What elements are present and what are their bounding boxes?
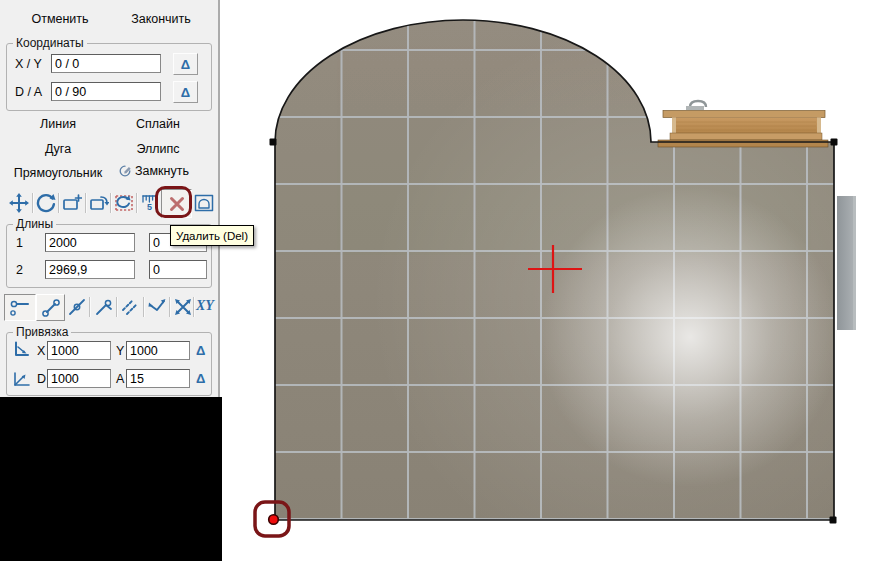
snap-y-label: Y — [116, 344, 124, 358]
ellipse-button[interactable]: Эллипс — [118, 142, 198, 156]
edit-contour-icon[interactable] — [193, 192, 215, 214]
rectangle-button[interactable]: Прямоугольник — [2, 166, 114, 180]
edit-toolbar: 5 — [0, 189, 218, 218]
snap-da-delta[interactable]: Δ — [196, 371, 205, 386]
da-input[interactable] — [51, 82, 161, 101]
origin-vertex-marker[interactable] — [269, 515, 279, 525]
lengths-group-title: Длины — [13, 217, 56, 231]
length-row-2-index: 2 — [16, 263, 23, 277]
vertex-dot-left[interactable] — [270, 139, 277, 146]
snap-toolbar: XY — [0, 293, 218, 321]
vertex-dot-top-right[interactable] — [831, 139, 838, 146]
length-1-input[interactable] — [45, 233, 135, 252]
da-delta-button[interactable]: Δ — [173, 81, 198, 103]
copy-rect-icon[interactable] — [61, 192, 83, 214]
delete-icon — [168, 195, 186, 213]
snap-angle-icon[interactable] — [146, 296, 168, 318]
finish-button[interactable]: Закончить — [116, 12, 206, 26]
coordinates-group-title: Координаты — [13, 36, 87, 50]
countertop[interactable] — [658, 101, 828, 147]
length-2-extra-input[interactable] — [149, 260, 207, 279]
transform-selection-icon[interactable] — [113, 192, 135, 214]
drawing-canvas[interactable] — [220, 0, 879, 561]
polar-step-icon — [12, 368, 32, 391]
snap-xy-delta[interactable]: Δ — [196, 343, 205, 358]
snap-y-input[interactable] — [126, 341, 190, 360]
close-contour-icon — [118, 164, 132, 178]
xy-input[interactable] — [51, 54, 161, 73]
snap-group: Привязка X Y Δ D A Δ — [6, 332, 212, 396]
paste-rect-icon[interactable] — [88, 192, 110, 214]
grid-step-icon — [12, 340, 32, 363]
line-button[interactable]: Линия — [20, 117, 96, 131]
snap-d-input[interactable] — [47, 369, 111, 388]
rotate-icon[interactable] — [35, 192, 57, 214]
wall-scene — [220, 0, 879, 561]
coordinates-group: Координаты X / Y Δ D / A Δ — [6, 43, 212, 111]
snap-x-label: X — [37, 344, 45, 358]
svg-text:5: 5 — [147, 202, 152, 212]
cancel-button[interactable]: Отменить — [18, 12, 102, 26]
delete-button[interactable] — [161, 189, 192, 218]
snap-segment-button[interactable] — [36, 294, 65, 321]
spline-button[interactable]: Сплайн — [118, 117, 198, 131]
close-contour-button[interactable]: Замкнуть — [118, 164, 214, 178]
vertex-dot-bottom-right[interactable] — [830, 517, 837, 524]
black-region — [0, 397, 222, 561]
snap-intersection-icon[interactable] — [172, 296, 194, 318]
move-icon[interactable] — [8, 192, 30, 214]
length-2-input[interactable] — [45, 260, 135, 279]
snap-d-label: D — [37, 372, 46, 386]
measure-5-icon[interactable]: 5 — [139, 192, 161, 214]
snap-x-input[interactable] — [47, 341, 111, 360]
da-label: D / A — [15, 85, 42, 99]
specular-highlight — [540, 187, 840, 487]
snap-group-title: Привязка — [13, 325, 71, 339]
snap-parallel-icon[interactable] — [119, 296, 141, 318]
snap-endpoint-button[interactable] — [4, 294, 36, 321]
snap-a-input[interactable] — [126, 369, 190, 388]
snap-vertex-icon[interactable] — [93, 296, 115, 318]
arc-button[interactable]: Дуга — [20, 142, 96, 156]
snap-midpoint-icon[interactable] — [66, 296, 88, 318]
length-row-1-index: 1 — [16, 236, 23, 250]
snap-a-label: A — [116, 372, 124, 386]
delete-tooltip: Удалить (Del) — [170, 225, 254, 246]
faucet-base — [686, 106, 704, 110]
snap-xy-icon[interactable]: XY — [196, 298, 214, 314]
side-panel-object[interactable] — [837, 196, 856, 330]
xy-delta-button[interactable]: Δ — [173, 53, 198, 75]
xy-label: X / Y — [15, 57, 42, 71]
